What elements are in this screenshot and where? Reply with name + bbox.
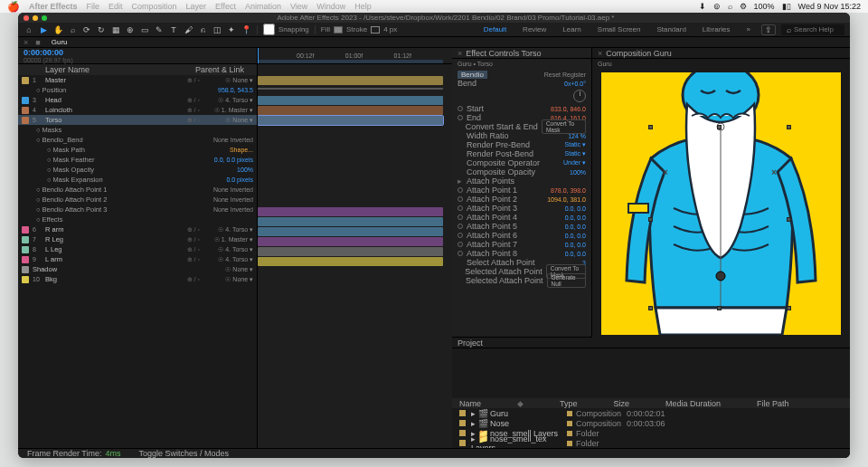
layer-bar[interactable] [258, 217, 443, 226]
parent-link[interactable]: ☉ None ▾ [203, 77, 253, 84]
work-area[interactable] [258, 60, 443, 63]
parent-link[interactable]: ☉ 4. Torso ▾ [203, 246, 253, 253]
workspace-default[interactable]: Default [478, 24, 512, 34]
close-button[interactable] [24, 15, 29, 21]
layer-color-swatch[interactable] [22, 77, 29, 84]
property-value[interactable]: Static ▾ [565, 141, 586, 148]
layer-switches[interactable]: ⊕ / ◦ [187, 107, 200, 114]
item-label-swatch[interactable] [459, 430, 466, 436]
search-input[interactable] [794, 25, 839, 33]
layer-row[interactable]: 10Bkg⊕ / ◦☉ None ▾ [18, 274, 257, 284]
roto-tool-icon[interactable]: ✦ [226, 24, 237, 35]
layer-row[interactable]: ○ Mask Opacity100% [18, 165, 257, 175]
property-value[interactable]: 0.0, 0.0 [565, 224, 586, 230]
menu-layer[interactable]: Layer [186, 2, 207, 11]
property-value[interactable]: 833.0, 846.0 [551, 106, 586, 112]
pen-tool-icon[interactable]: ✎ [154, 24, 165, 35]
parent-link[interactable]: ☉ None ▾ [203, 117, 253, 124]
effect-reset[interactable]: Reset Register [544, 71, 586, 78]
type-tool-icon[interactable]: T [168, 24, 179, 35]
fill-swatch[interactable] [334, 26, 343, 33]
orbit-tool-icon[interactable]: ⟳ [81, 24, 92, 35]
layer-name[interactable]: Loincloth [45, 106, 184, 114]
layer-bar[interactable] [258, 227, 443, 236]
parent-link[interactable]: ☉ 4. Torso ▾ [203, 256, 253, 263]
parent-link[interactable]: ☉ None ▾ [203, 266, 253, 273]
workspace-more-icon[interactable]: » [741, 24, 756, 34]
apple-menu-icon[interactable]: 🍎 [7, 1, 20, 13]
layer-row[interactable]: Shadow☉ None ▾ [18, 264, 257, 274]
parent-link[interactable]: ☉ 1. Master ▾ [203, 107, 253, 114]
layer-row[interactable]: ○ Mask Expansion0.0 pixels [18, 175, 257, 185]
property-value[interactable]: None Inverted [213, 206, 253, 213]
layer-color-swatch[interactable] [22, 256, 29, 263]
timeline-ruler[interactable]: 00:12f 01:00f 01:12f [258, 48, 452, 64]
layer-bar[interactable] [258, 207, 443, 216]
layer-name[interactable]: ○ Effects [36, 215, 253, 224]
effect-property-row[interactable]: Render Pre-BendStatic ▾ [458, 140, 586, 149]
effect-property-row[interactable]: Attach Point 30.0, 0.0 [458, 204, 586, 213]
app-name[interactable]: After Effects [29, 2, 78, 11]
layer-name[interactable]: Shadow [33, 265, 200, 273]
layer-row[interactable]: ○ Bendio_BendNone Inverted [18, 135, 257, 145]
effect-property-row[interactable]: Attach Point 60.0, 0.0 [458, 231, 586, 240]
layer-switches[interactable]: ⊕ / ◦ [187, 226, 200, 234]
layer-name[interactable]: ○ Position [36, 86, 214, 94]
effect-property-row[interactable]: Render Post-BendStatic ▾ [458, 149, 586, 158]
layer-switches[interactable]: ⊕ / ◦ [187, 97, 200, 104]
dropbox-icon[interactable]: ⬇ [699, 2, 706, 11]
layer-name[interactable]: ○ Bendio Attach Point 1 [36, 186, 210, 194]
comp-tab-none[interactable]: ■ [35, 38, 40, 47]
col-name[interactable]: Name [459, 399, 481, 408]
layer-name[interactable]: ○ Mask Opacity [47, 166, 233, 174]
shape-tool-icon[interactable]: ▭ [139, 24, 150, 35]
layer-name[interactable]: R arm [45, 225, 184, 234]
menu-animation[interactable]: Animation [245, 2, 281, 11]
layer-row[interactable]: 7R Leg⊕ / ◦☉ 1. Master ▾ [18, 234, 257, 244]
stroke-width[interactable]: 4 px [383, 25, 397, 33]
comp-name[interactable]: Guru [592, 59, 850, 69]
workspace-standard[interactable]: Standard [651, 24, 691, 34]
item-name[interactable]: ▸ 🎬 Guru [471, 409, 561, 418]
property-button[interactable]: Generate Null [547, 273, 586, 288]
effect-panel-title[interactable]: Effect Controls Torso [466, 49, 541, 58]
project-panel-title[interactable]: Project [458, 338, 483, 348]
layer-row[interactable]: ○ Bendio Attach Point 2None Inverted [18, 195, 257, 205]
selection-tool-icon[interactable]: ▶ [38, 24, 49, 35]
effect-property-row[interactable]: Attach Point 21094.0, 381.0 [458, 195, 586, 204]
property-value[interactable]: 0.0, 0.0 [565, 242, 586, 248]
layer-color-swatch[interactable] [22, 276, 29, 283]
col-size[interactable]: Size [614, 399, 630, 408]
project-item-row[interactable]: ▸ 🎬 Nose Composition 0:00:03:06 [452, 418, 850, 428]
angle-dial[interactable] [573, 90, 586, 102]
layer-row[interactable]: ○ Mask PathShape... [18, 145, 257, 155]
property-value[interactable]: 0.0 pixels [226, 176, 253, 183]
effect-property-row[interactable]: Attach Point 1878.0, 398.0 [458, 186, 586, 195]
layer-switches[interactable]: ⊕ / ◦ [187, 117, 200, 124]
layer-row[interactable]: ○ Position958.0, 543.5 [18, 85, 257, 95]
fill-label[interactable]: Fill [321, 25, 330, 33]
clock[interactable]: Wed 9 Nov 15:22 [798, 2, 861, 11]
effect-property-row[interactable]: ▸Attach Points [458, 176, 586, 186]
stroke-swatch[interactable] [371, 26, 380, 33]
layer-name[interactable]: ○ Mask Feather [47, 156, 211, 164]
layer-row[interactable]: 8L Leg⊕ / ◦☉ 4. Torso ▾ [18, 244, 257, 254]
composition-viewer[interactable]: × × [592, 69, 850, 338]
layer-bar[interactable] [258, 247, 443, 256]
layer-name[interactable]: Bkg [45, 275, 184, 283]
search-help[interactable]: ⌕ [781, 24, 844, 35]
layer-name[interactable]: R Leg [45, 235, 184, 243]
layer-list[interactable]: 1Master⊕ / ◦☉ None ▾○ Position958.0, 543… [18, 75, 257, 448]
parent-link[interactable]: ☉ 4. Torso ▾ [203, 226, 253, 234]
puppet-tool-icon[interactable]: 📍 [241, 24, 251, 35]
layer-switches[interactable]: ⊕ / ◦ [187, 276, 200, 283]
effect-property-row[interactable]: Selected Attach PointGenerate Null [458, 276, 586, 285]
layer-name[interactable]: ○ Mask Path [47, 146, 226, 154]
layer-row[interactable]: ○ Bendio Attach Point 3None Inverted [18, 205, 257, 214]
layer-name[interactable]: L arm [45, 255, 184, 263]
layer-name[interactable]: ○ Bendio_Bend [36, 136, 210, 144]
effect-property-row[interactable]: Attach Point 50.0, 0.0 [458, 222, 586, 231]
wifi-icon[interactable]: ⊚ [713, 2, 721, 11]
layer-bar[interactable] [258, 106, 443, 115]
property-value[interactable]: 0.0, 0.0 [565, 205, 586, 212]
